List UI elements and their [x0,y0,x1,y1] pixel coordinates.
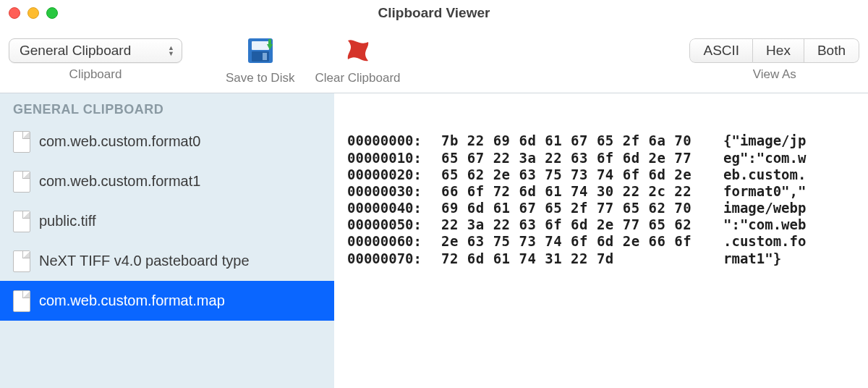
sidebar-item[interactable]: com.web.custom.format.map [0,281,334,321]
hex-ascii: .custom.fo [723,233,855,250]
hex-bytes: 65 67 22 3a 22 63 6f 6d 2e 77 [441,150,723,166]
view-as-segmented: ASCII Hex Both [689,38,859,63]
clipboard-dropdown-value: General Clipboard [20,43,131,59]
floppy-disk-icon [245,35,276,66]
hex-ascii: eg":"com.w [723,150,855,166]
hex-row: 00000070:72 6d 61 74 31 22 7d rmat1"} [347,250,855,267]
hex-address: 00000040: [347,200,441,216]
hex-ascii: eb.custom. [723,166,855,183]
hex-row: 00000030:66 6f 72 6d 61 74 30 22 2c 22fo… [347,183,855,200]
sidebar-item[interactable]: public.tiff [0,201,334,241]
hex-row: 00000020:65 62 2e 63 75 73 74 6f 6d 2eeb… [347,166,855,183]
hex-row: 00000000:7b 22 69 6d 61 67 65 2f 6a 70{"… [347,132,855,149]
hex-bytes: 7b 22 69 6d 61 67 65 2f 6a 70 [441,132,723,149]
svg-rect-1 [252,41,269,50]
hex-bytes: 65 62 2e 63 75 73 74 6f 6d 2e [441,166,723,183]
file-icon [13,290,30,312]
clipboard-label: Clipboard [69,67,122,82]
toolbar: General Clipboard ▲▼ Clipboard Save to D… [0,26,868,93]
hex-address: 00000010: [347,150,441,166]
window-close-button[interactable] [9,7,20,19]
hex-row: 00000060:2e 63 75 73 74 6f 6d 2e 66 6f.c… [347,233,855,250]
view-hex-button[interactable]: Hex [753,38,804,63]
hex-bytes: 72 6d 61 74 31 22 7d [441,250,723,267]
hex-row: 00000040:69 6d 61 67 65 2f 77 65 62 70im… [347,200,855,216]
clear-clipboard-button[interactable] [342,35,374,67]
x-icon [344,36,373,65]
chevron-updown-icon: ▲▼ [168,45,174,56]
hex-address: 00000030: [347,183,441,200]
sidebar-item[interactable]: com.web.custom.format1 [0,161,334,201]
sidebar-item-label: com.web.custom.format0 [39,133,200,150]
view-as-group: ASCII Hex Both View As [689,38,859,82]
hex-bytes: 22 3a 22 63 6f 6d 2e 77 65 62 [441,216,723,233]
hex-address: 00000060: [347,233,441,250]
save-to-disk-button[interactable] [244,35,276,67]
clear-clipboard-label: Clear Clipboard [315,71,400,85]
svg-rect-3 [263,53,267,60]
view-both-button[interactable]: Both [804,38,859,63]
save-to-disk-label: Save to Disk [226,71,294,85]
hex-bytes: 69 6d 61 67 65 2f 77 65 62 70 [441,200,723,216]
hex-address: 00000020: [347,166,441,183]
sidebar-item-label: public.tiff [39,213,96,229]
hex-ascii: {"image/jp [723,132,855,149]
window-zoom-button[interactable] [46,7,58,19]
sidebar-item-label: com.web.custom.format.map [39,292,225,309]
file-icon [13,250,30,272]
hex-ascii: ":"com.web [723,216,855,233]
hex-address: 00000000: [347,132,441,149]
clipboard-dropdown[interactable]: General Clipboard ▲▼ [9,38,182,63]
hex-ascii: rmat1"} [723,250,855,267]
hex-row: 00000010:65 67 22 3a 22 63 6f 6d 2e 77eg… [347,150,855,166]
clipboard-group: General Clipboard ▲▼ Clipboard [9,38,182,82]
titlebar: Clipboard Viewer [0,0,868,26]
save-to-disk-group: Save to Disk [226,35,294,85]
hex-address: 00000070: [347,250,441,267]
hex-bytes: 2e 63 75 73 74 6f 6d 2e 66 6f [441,233,723,250]
hexdump-pane: 00000000:7b 22 69 6d 61 67 65 2f 6a 70{"… [334,93,868,388]
clear-clipboard-group: Clear Clipboard [315,35,400,85]
hex-address: 00000050: [347,216,441,233]
sidebar: GENERAL CLIPBOARD com.web.custom.format0… [0,93,334,388]
window-title: Clipboard Viewer [378,5,490,21]
sidebar-item-label: com.web.custom.format1 [39,173,200,190]
hex-ascii: format0"," [723,183,855,200]
window-minimize-button[interactable] [27,7,39,19]
sidebar-header: GENERAL CLIPBOARD [0,93,334,122]
sidebar-item[interactable]: com.web.custom.format0 [0,122,334,161]
svg-rect-4 [268,39,271,46]
body: GENERAL CLIPBOARD com.web.custom.format0… [0,93,868,388]
view-ascii-button[interactable]: ASCII [689,38,753,63]
hex-ascii: image/webp [723,200,855,216]
view-as-label: View As [753,67,796,82]
file-icon [13,131,30,153]
file-icon [13,211,30,232]
traffic-lights [9,7,58,19]
sidebar-item[interactable]: NeXT TIFF v4.0 pasteboard type [0,241,334,281]
hex-row: 00000050:22 3a 22 63 6f 6d 2e 77 65 62":… [347,216,855,233]
file-icon [13,171,30,193]
sidebar-item-label: NeXT TIFF v4.0 pasteboard type [39,253,250,269]
hex-bytes: 66 6f 72 6d 61 74 30 22 2c 22 [441,183,723,200]
